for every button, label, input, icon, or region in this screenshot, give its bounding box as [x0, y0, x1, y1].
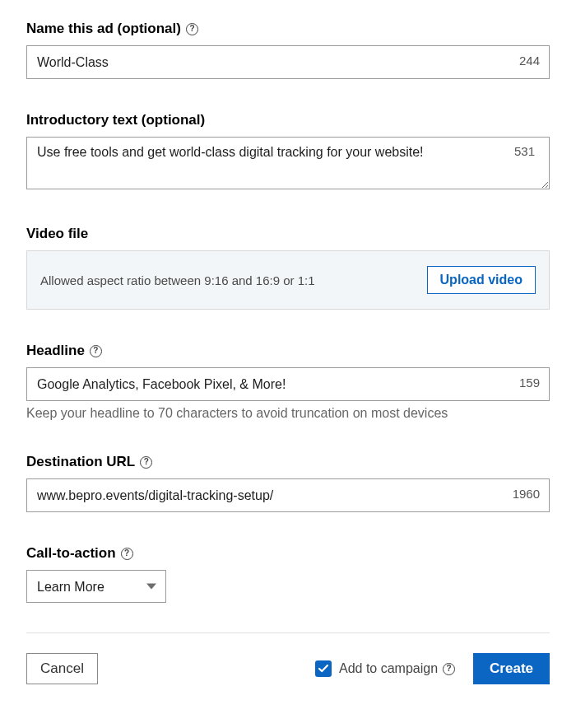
destination-url-label: Destination URL — [26, 454, 135, 470]
divider — [26, 632, 550, 633]
ad-name-counter: 244 — [519, 54, 540, 68]
video-file-label: Video file — [26, 226, 88, 242]
help-icon[interactable]: ? — [186, 23, 198, 35]
video-upload-box: Allowed aspect ratio between 9:16 and 16… — [26, 250, 550, 310]
help-icon[interactable]: ? — [90, 345, 102, 357]
help-icon[interactable]: ? — [140, 456, 152, 469]
headline-label: Headline — [26, 343, 85, 359]
cancel-button[interactable]: Cancel — [26, 653, 98, 684]
ad-name-label: Name this ad (optional) — [26, 21, 181, 37]
intro-text-input[interactable] — [26, 137, 550, 189]
checkmark-icon — [318, 665, 328, 673]
headline-counter: 159 — [519, 376, 540, 390]
destination-url-input[interactable] — [26, 478, 550, 512]
destination-url-counter: 1960 — [513, 487, 540, 501]
ad-name-input[interactable] — [26, 45, 550, 79]
add-to-campaign-checkbox[interactable] — [315, 660, 332, 677]
video-hint-text: Allowed aspect ratio between 9:16 and 16… — [40, 273, 315, 287]
create-button[interactable]: Create — [473, 653, 550, 684]
help-icon[interactable]: ? — [443, 663, 455, 675]
cta-label: Call-to-action — [26, 545, 116, 562]
cta-select[interactable]: Learn More — [26, 570, 166, 603]
intro-text-label: Introductory text (optional) — [26, 112, 205, 128]
intro-text-counter: 531 — [514, 144, 535, 158]
headline-input[interactable] — [26, 367, 550, 401]
upload-video-button[interactable]: Upload video — [427, 266, 536, 294]
help-icon[interactable]: ? — [121, 548, 133, 560]
add-to-campaign-label: Add to campaign — [339, 661, 438, 676]
headline-helper: Keep your headline to 70 characters to a… — [26, 406, 550, 421]
